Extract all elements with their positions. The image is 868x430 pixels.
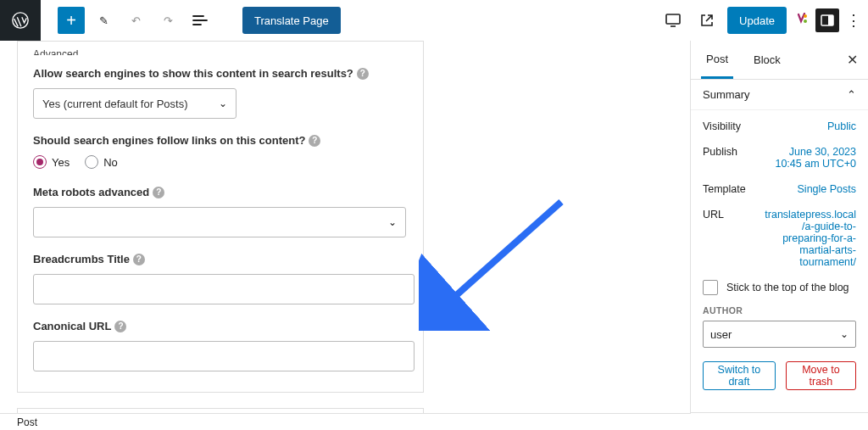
yoast-icon[interactable] bbox=[793, 13, 809, 28]
allow-indexing-label: Allow search engines to show this conten… bbox=[33, 67, 408, 80]
author-select[interactable]: user ⌄ bbox=[703, 321, 856, 348]
help-icon[interactable]: ? bbox=[153, 187, 164, 198]
canonical-url-input[interactable] bbox=[33, 341, 415, 371]
yoast-advanced-metabox: Advanced Allow search engines to show th… bbox=[17, 41, 424, 393]
pencil-icon: ✎ bbox=[95, 12, 112, 29]
details-button[interactable] bbox=[186, 7, 214, 34]
help-icon[interactable]: ? bbox=[357, 68, 369, 80]
update-button[interactable]: Update bbox=[727, 7, 787, 34]
undo-button[interactable]: ↶ bbox=[122, 7, 149, 34]
view-button[interactable] bbox=[659, 7, 687, 34]
toolbar-right: Update ⋮ bbox=[659, 7, 868, 34]
radio-icon bbox=[85, 155, 98, 169]
svg-point-2 bbox=[804, 14, 807, 18]
toolbar-left: + ✎ ↶ ↷ Translate Page bbox=[41, 7, 341, 34]
url-value[interactable]: translatepress.local/a-guide-to-preparin… bbox=[763, 209, 856, 268]
stick-to-top-label: Stick to the top of the blog bbox=[726, 282, 849, 293]
summary-panel: VisibilityPublic PublishJune 30, 2023 10… bbox=[691, 110, 868, 399]
publish-label: Publish bbox=[703, 146, 737, 170]
yoast-seo-panel-toggle[interactable]: Yoast SEO ⌃ bbox=[691, 412, 868, 414]
breadcrumbs-title-input[interactable] bbox=[33, 274, 415, 304]
help-icon[interactable]: ? bbox=[133, 254, 145, 265]
block-breadcrumb[interactable]: Post bbox=[0, 413, 690, 430]
chevron-up-icon: ⌃ bbox=[847, 88, 856, 101]
move-to-trash-button[interactable]: Move to trash bbox=[786, 361, 856, 390]
allow-indexing-value: Yes (current default for Posts) bbox=[42, 98, 188, 110]
switch-to-draft-button[interactable]: Switch to draft bbox=[703, 361, 776, 390]
editor-canvas: Advanced Allow search engines to show th… bbox=[0, 41, 690, 414]
allow-indexing-select[interactable]: Yes (current default for Posts) ⌄ bbox=[33, 88, 236, 119]
svg-rect-5 bbox=[828, 15, 833, 25]
close-icon: ✕ bbox=[847, 53, 858, 67]
close-sidebar-button[interactable]: ✕ bbox=[847, 52, 858, 68]
template-value[interactable]: Single Posts bbox=[798, 183, 856, 195]
follow-yes-option[interactable]: Yes bbox=[33, 155, 70, 169]
canonical-url-label: Canonical URL ? bbox=[33, 320, 408, 332]
sidebar-tabs: Post Block ✕ bbox=[691, 41, 868, 80]
svg-rect-1 bbox=[666, 14, 680, 24]
redo-icon: ↷ bbox=[159, 12, 176, 29]
chevron-down-icon: ⌄ bbox=[219, 98, 227, 109]
visibility-value[interactable]: Public bbox=[827, 120, 856, 132]
follow-links-radiogroup: Yes No bbox=[33, 155, 408, 169]
wordpress-icon bbox=[11, 11, 30, 30]
help-icon[interactable]: ? bbox=[309, 135, 320, 147]
details-icon bbox=[192, 12, 209, 29]
options-button[interactable]: ⋮ bbox=[846, 8, 861, 32]
wp-logo[interactable] bbox=[0, 0, 41, 41]
tab-block[interactable]: Block bbox=[748, 41, 786, 79]
meta-robots-label: Meta robots advanced ? bbox=[33, 186, 408, 198]
section-title: Advanced bbox=[33, 48, 408, 55]
svg-point-3 bbox=[804, 20, 807, 23]
undo-icon: ↶ bbox=[127, 12, 144, 29]
add-block-button[interactable]: + bbox=[58, 7, 85, 34]
sidebar-icon bbox=[820, 13, 835, 28]
translate-page-button[interactable]: Translate Page bbox=[242, 7, 341, 34]
settings-panel-toggle[interactable] bbox=[815, 8, 839, 32]
stick-to-top-checkbox[interactable] bbox=[703, 280, 718, 295]
tab-post[interactable]: Post bbox=[701, 41, 733, 79]
follow-links-label: Should search engines follow links on th… bbox=[33, 134, 408, 147]
summary-panel-toggle[interactable]: Summary ⌃ bbox=[691, 80, 868, 110]
radio-icon bbox=[33, 155, 47, 169]
edit-mode-button[interactable]: ✎ bbox=[90, 7, 117, 34]
desktop-icon bbox=[665, 12, 682, 29]
template-label: Template bbox=[703, 183, 746, 195]
visibility-label: Visibility bbox=[703, 120, 741, 132]
meta-robots-select[interactable]: ⌄ bbox=[33, 207, 406, 237]
breadcrumbs-title-label: Breadcrumbs Title ? bbox=[33, 253, 408, 265]
chevron-down-icon: ⌄ bbox=[840, 328, 849, 340]
settings-sidebar: Post Block ✕ Summary ⌃ VisibilityPublic … bbox=[690, 41, 868, 414]
follow-no-option[interactable]: No bbox=[85, 155, 118, 169]
external-icon bbox=[698, 12, 715, 29]
help-icon[interactable]: ? bbox=[114, 321, 126, 332]
preview-button[interactable] bbox=[693, 7, 721, 34]
url-label: URL bbox=[703, 209, 724, 268]
redo-button[interactable]: ↷ bbox=[154, 7, 181, 34]
publish-value[interactable]: June 30, 2023 10:45 am UTC+0 bbox=[763, 146, 856, 170]
editor-top-bar: + ✎ ↶ ↷ Translate Page Update ⋮ bbox=[0, 0, 868, 41]
chevron-down-icon: ⌄ bbox=[388, 216, 397, 228]
more-icon: ⋮ bbox=[846, 11, 861, 30]
author-label: AUTHOR bbox=[703, 304, 856, 316]
